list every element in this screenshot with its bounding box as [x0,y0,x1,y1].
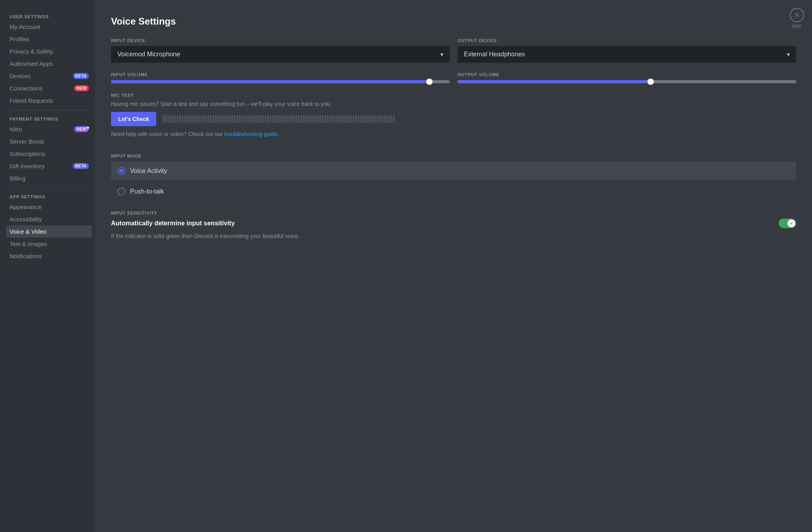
mic-bar [167,115,169,123]
input-volume-thumb[interactable] [426,79,433,85]
sidebar-divider-1 [10,110,89,110]
sensitivity-note: If the indicator is solid green then Dis… [111,233,796,239]
mic-bar [243,115,245,123]
app-settings-label: APP SETTINGS [10,194,92,199]
mic-bar [322,115,324,123]
sidebar-item-server-boost[interactable]: Server Boost [6,135,92,148]
troubleshooting-link[interactable]: troubleshooting guide. [224,131,279,137]
sidebar-item-profiles[interactable]: Profiles [6,33,92,45]
mic-bar [341,115,343,123]
sidebar-item-label: Subscriptions [10,150,45,157]
sidebar-item-gift-inventory[interactable]: Gift inventory BETA [6,160,92,172]
sidebar-item-voice-video[interactable]: Voice & Video [6,225,92,238]
mic-bar [186,115,188,123]
input-volume-group: INPUT VOLUME [111,72,450,83]
sidebar-item-accessibility[interactable]: Accessibility [6,213,92,225]
mic-bar [260,115,262,123]
mic-bar [227,115,228,123]
output-device-label: OUTPUT DEVICE [458,38,796,43]
output-device-group: OUTPUT DEVICE External Headphones ▾ [458,38,796,63]
mic-bar [303,115,304,123]
mic-bar [312,115,314,123]
mic-bar [177,115,178,123]
sidebar-item-notifications[interactable]: Notifications [6,250,92,262]
sidebar-item-label: Appearance [10,204,42,210]
mic-bar [198,115,200,123]
output-volume-track[interactable] [458,80,796,83]
close-button[interactable]: ✕ [790,8,804,22]
mic-bar [163,115,164,123]
input-device-select[interactable]: Voicemod Microphone ▾ [111,46,450,63]
mic-bar [379,115,381,123]
mic-bar [353,115,354,123]
mic-bar [196,115,197,123]
input-volume-label: INPUT VOLUME [111,72,450,77]
mic-bar [289,115,290,123]
sensitivity-row: Automatically determine input sensitivit… [111,219,796,228]
mic-bar [291,115,293,123]
push-to-talk-radio [117,188,125,196]
sidebar-item-authorised-apps[interactable]: Authorised Apps [6,58,92,70]
output-volume-thumb[interactable] [647,79,654,85]
sidebar-item-appearance[interactable]: Appearance [6,201,92,213]
mic-bar [389,115,390,123]
mic-bar [191,115,193,123]
sidebar-item-my-account[interactable]: My Account [6,21,92,33]
mic-bar [258,115,259,123]
sidebar-item-friend-requests[interactable]: Friend Requests [6,94,92,107]
output-device-select[interactable]: External Headphones ▾ [458,46,796,63]
toggle-knob: ✓ [787,219,795,227]
output-volume-fill [458,80,651,83]
mic-test-label: MIC TEST [111,93,796,98]
sidebar-item-privacy-safety[interactable]: Privacy & Safety [6,45,92,58]
mic-bar [232,115,233,123]
input-volume-track[interactable] [111,80,450,83]
mic-bar [308,115,309,123]
mic-bar [324,115,326,123]
mic-bar [203,115,205,123]
mic-bar [384,115,385,123]
mic-bar [343,115,345,123]
mic-test-row: Let's Check [111,112,796,126]
mic-bar [296,115,297,123]
input-device-value: Voicemod Microphone [117,51,180,58]
mic-bar [391,115,393,123]
sidebar-item-connections[interactable]: Connections NEW [6,82,92,94]
sidebar-item-label: Connections [10,85,42,92]
mic-bar [170,115,171,123]
mic-bar [165,115,167,123]
mic-bar [213,115,214,123]
mic-bar [386,115,388,123]
sidebar-item-label: Accessibility [10,216,42,223]
auto-sensitivity-toggle[interactable]: ✓ [779,219,796,228]
mic-test-section: MIC TEST Having mic issues? Start a test… [111,93,796,137]
mic-bar [284,115,285,123]
voice-activity-radio [117,167,125,175]
sidebar-item-label: Privacy & Safety [10,48,53,55]
chevron-down-icon: ▾ [440,51,443,58]
mic-bar [317,115,319,123]
mic-bar [270,115,271,123]
sidebar-item-label: Notifications [10,253,42,259]
mic-bar [210,115,212,123]
sidebar-item-nitro[interactable]: Nitro NEW ✦ [6,123,92,135]
sidebar-item-label: Gift inventory [10,163,44,169]
mic-bar [334,115,335,123]
sidebar-item-label: My Account [10,23,40,30]
mic-bar [182,115,183,123]
lets-check-button[interactable]: Let's Check [111,112,156,126]
sidebar-item-label: Server Boost [10,138,44,145]
sparkles-icon: ✦ [86,125,90,131]
mic-bar [277,115,278,123]
mic-bar [327,115,328,123]
voice-activity-option[interactable]: Voice Activity [111,161,796,181]
mic-bar [193,115,195,123]
push-to-talk-option[interactable]: Push-to-talk [111,182,796,201]
mic-bar [355,115,357,123]
sidebar-item-billing[interactable]: Billing [6,172,92,184]
sidebar-item-subscriptions[interactable]: Subscriptions [6,148,92,160]
sidebar-item-devices[interactable]: Devices BETA [6,70,92,82]
mic-bar [329,115,331,123]
mic-bar [184,115,186,123]
sidebar-item-text-images[interactable]: Text & Images [6,238,92,250]
